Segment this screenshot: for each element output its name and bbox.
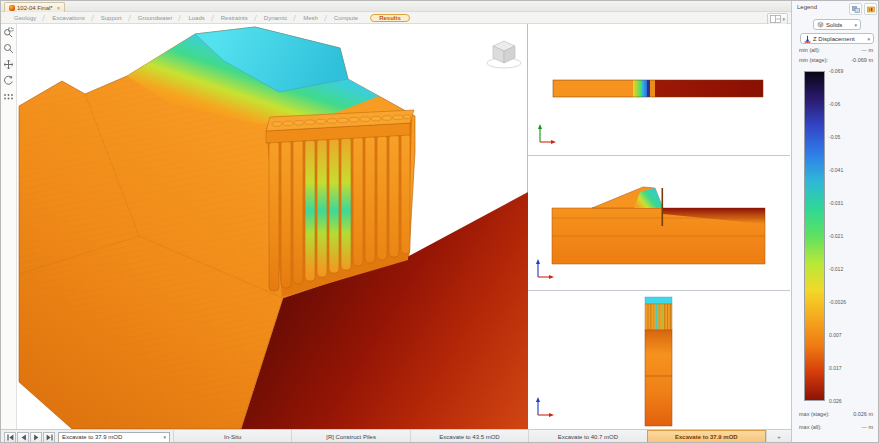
result-type-value: Z Displacement (813, 36, 855, 42)
chevron-down-icon: ▾ (854, 22, 857, 28)
max-all-value: --- m (861, 424, 873, 430)
stage-last-button[interactable] (43, 432, 55, 443)
colorbar-tick-label: -0.012 (829, 266, 843, 272)
ribbon-tab-restraints[interactable]: Restraints (213, 14, 256, 22)
colorbar-tick-label: -0.05 (829, 134, 840, 140)
colorbar-tick-label: -0.0026 (829, 299, 846, 305)
document-icon (9, 5, 15, 11)
colorbar-tick-label: 0.017 (829, 365, 842, 371)
stage-tab-r-construct-piles[interactable]: [R] Construct Piles (291, 430, 409, 443)
result-type-dropdown[interactable]: Z Displacement ▾ (800, 33, 874, 44)
ribbon-tab-support[interactable]: Support (93, 14, 130, 22)
ribbon-tab-excavations[interactable]: Excavations (44, 14, 92, 22)
split-window-icon (770, 15, 781, 23)
cube-icon (817, 21, 824, 28)
view-cube (487, 41, 521, 68)
zoom-icon[interactable] (2, 42, 15, 55)
stage-bar: Excavate to 37.9 mOD ▾ In-Situ[R] Constr… (1, 429, 791, 443)
front-view-scene (528, 156, 790, 290)
main-area (1, 24, 791, 429)
ribbon-tab-mesh[interactable]: Mesh (295, 14, 326, 22)
legend-panel: Legend Solids ▾ Z Displacemen (791, 1, 879, 443)
stage-tabs: In-Situ[R] Construct PilesExcavate to 43… (173, 430, 766, 443)
colorbar-tick-label: -0.041 (829, 167, 843, 173)
side-section-scene (528, 291, 790, 428)
pan-icon[interactable] (2, 58, 15, 71)
orbit-icon[interactable] (2, 74, 15, 87)
colorbar-tick-label: 0.026 (829, 398, 842, 404)
z-displacement-icon (804, 35, 811, 43)
rs3-application-window: 102-04 Final* × GeologyExcavationsSuppor… (0, 0, 879, 443)
document-title: 102-04 Final* (17, 5, 53, 11)
front-view-viewport[interactable] (528, 156, 790, 291)
ribbon-tab-results[interactable]: Results (370, 14, 410, 22)
plan-view-viewport[interactable] (528, 24, 790, 156)
ribbon-tab-compute[interactable]: Compute (326, 14, 366, 22)
title-bar: 102-04 Final* × (1, 1, 791, 12)
min-all-label: min (all): (799, 47, 820, 53)
stage-tab-excavate-to-37-9-mod[interactable]: Excavate to 37.9 mOD (647, 430, 766, 443)
main-3d-viewport[interactable] (17, 24, 528, 429)
min-stage-label: min (stage): (799, 57, 828, 63)
side-section-viewport[interactable] (528, 291, 790, 432)
chevron-down-icon: ▾ (867, 36, 870, 42)
axis-triad (536, 397, 554, 417)
secondary-viewports (528, 24, 790, 429)
ribbon-tab-bar: GeologyExcavationsSupportGroundwaterLoad… (1, 12, 791, 24)
stage-selector[interactable]: Excavate to 37.9 mOD ▾ (58, 432, 170, 443)
axis-triad (538, 124, 556, 144)
stage-tab-excavate-to-43-5-mod[interactable]: Excavate to 43.5 mOD (410, 430, 528, 443)
colorbar-tick-label: -0.069 (829, 68, 843, 74)
colorbar-tick-label: -0.021 (829, 233, 843, 239)
solids-dropdown-value: Solids (826, 22, 842, 28)
zoom-window-icon[interactable] (2, 26, 15, 39)
view-toolbar (1, 24, 17, 429)
ribbon-tab-loads[interactable]: Loads (180, 14, 212, 22)
chevron-down-icon: ▾ (163, 434, 166, 440)
stage-tab-excavate-to-40-7-mod[interactable]: Excavate to 40.7 mOD (528, 430, 646, 443)
colorbar-tick-label: -0.06 (829, 101, 840, 107)
close-icon[interactable]: × (57, 5, 61, 11)
stage-first-button[interactable] (4, 432, 16, 443)
ribbon-tab-dynamic[interactable]: Dynamic (256, 14, 295, 22)
min-all-value: --- m (861, 47, 873, 53)
max-stage-value: 0.026 m (853, 411, 873, 417)
min-stage-value: -0.069 m (851, 57, 873, 63)
plan-view-scene (528, 24, 790, 155)
stage-nav-buttons (3, 432, 55, 443)
model-3d-scene (17, 24, 528, 429)
axis-triad (536, 259, 554, 279)
ribbon-tab-geology[interactable]: Geology (6, 14, 44, 22)
add-stage-button[interactable]: + (766, 430, 791, 443)
displacement-colorbar (804, 71, 825, 401)
ribbon-tab-groundwater[interactable]: Groundwater (130, 14, 181, 22)
stage-previous-button[interactable] (17, 432, 29, 443)
stage-next-button[interactable] (30, 432, 42, 443)
chevron-down-icon: ▾ (782, 16, 785, 22)
ribbon-tabs: GeologyExcavationsSupportGroundwaterLoad… (6, 14, 410, 22)
stage-tab-in-situ[interactable]: In-Situ (173, 430, 291, 443)
max-all-label: max (all): (799, 424, 822, 430)
colorbar-tick-label: 0.007 (829, 332, 842, 338)
legend-colormap-icon[interactable] (864, 3, 877, 15)
solids-dropdown[interactable]: Solids ▾ (813, 19, 861, 30)
colorbar-tick-label: -0.031 (829, 200, 843, 206)
zoom-extents-icon[interactable] (2, 90, 15, 103)
colorbar-tick-labels: -0.069-0.06-0.05-0.041-0.031-0.021-0.012… (829, 71, 877, 401)
legend-options-icon[interactable] (849, 3, 862, 15)
legend-title: Legend (797, 4, 817, 10)
max-stage-label: max (stage): (799, 411, 830, 417)
pile-stripes (648, 304, 671, 330)
stage-selector-value: Excavate to 37.9 mOD (62, 434, 122, 440)
